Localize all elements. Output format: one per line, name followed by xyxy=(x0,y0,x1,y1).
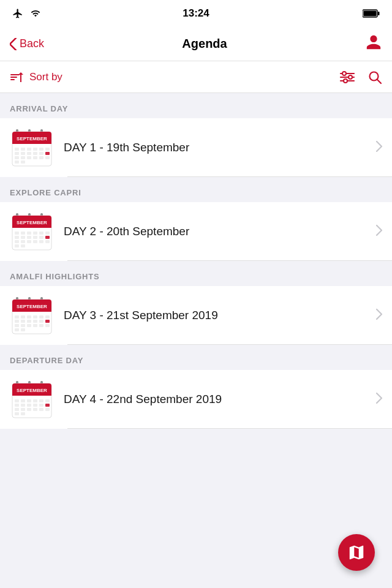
nav-bar: Back Agenda xyxy=(0,27,392,61)
list-item[interactable]: SEPTEMBER DAY 2 - 20th September xyxy=(0,202,392,261)
back-label: Back xyxy=(20,37,44,50)
day-label: DAY 4 - 22nd September 2019 xyxy=(64,393,371,406)
svg-rect-87 xyxy=(33,324,37,327)
list-item[interactable]: SEPTEMBER DAY 1 - 19th September xyxy=(0,118,392,177)
svg-rect-30 xyxy=(15,156,19,159)
svg-rect-2 xyxy=(364,11,377,17)
svg-rect-105 xyxy=(15,404,19,407)
battery-icon xyxy=(363,9,380,18)
svg-rect-32 xyxy=(27,156,31,159)
sort-arrows-icon xyxy=(10,71,24,83)
svg-rect-25 xyxy=(21,152,25,155)
section-header-0: ARRIVAL DAY xyxy=(0,93,392,118)
svg-rect-73 xyxy=(21,315,25,318)
svg-rect-54 xyxy=(33,236,37,239)
section-header-3: DEPARTURE DAY xyxy=(0,345,392,370)
chevron-right-icon xyxy=(376,393,382,407)
svg-rect-74 xyxy=(27,315,31,318)
day-label: DAY 3 - 21st September 2019 xyxy=(64,309,371,322)
svg-rect-78 xyxy=(15,320,19,323)
svg-text:SEPTEMBER: SEPTEMBER xyxy=(17,220,47,225)
svg-rect-45 xyxy=(15,232,19,235)
svg-rect-28 xyxy=(39,152,43,155)
svg-rect-114 xyxy=(33,408,37,411)
svg-rect-57 xyxy=(15,240,19,243)
svg-rect-113 xyxy=(27,408,31,411)
svg-point-7 xyxy=(349,75,352,79)
svg-rect-21 xyxy=(33,148,37,151)
svg-rect-102 xyxy=(33,399,37,402)
search-icon[interactable] xyxy=(368,70,382,85)
svg-rect-110 xyxy=(45,404,50,407)
svg-rect-101 xyxy=(27,399,31,402)
user-button[interactable] xyxy=(365,34,382,55)
svg-rect-58 xyxy=(21,240,25,243)
svg-rect-106 xyxy=(21,404,25,407)
plane-icon xyxy=(12,8,23,19)
svg-rect-64 xyxy=(21,244,25,247)
list-item[interactable]: SEPTEMBER DAY 3 - 21st September 2019 xyxy=(0,286,392,345)
calendar-icon: SEPTEMBER xyxy=(10,377,54,421)
svg-rect-80 xyxy=(27,320,31,323)
svg-rect-34 xyxy=(39,156,43,159)
user-icon xyxy=(365,34,382,51)
svg-rect-90 xyxy=(15,328,19,331)
svg-rect-60 xyxy=(33,240,37,243)
svg-rect-37 xyxy=(21,160,25,164)
svg-rect-77 xyxy=(45,315,50,318)
calendar-icon: SEPTEMBER xyxy=(10,126,54,170)
svg-rect-107 xyxy=(27,404,31,407)
svg-rect-51 xyxy=(15,236,19,239)
section-header-1: EXPLORE CAPRI xyxy=(0,177,392,202)
svg-rect-88 xyxy=(39,324,43,327)
svg-rect-56 xyxy=(45,236,50,239)
svg-rect-63 xyxy=(15,244,19,247)
agenda-content: ARRIVAL DAY SEPTEMBER xyxy=(0,93,392,429)
svg-rect-103 xyxy=(39,399,43,402)
list-item[interactable]: SEPTEMBER DAY 4 - 22nd September 2019 xyxy=(0,370,392,429)
svg-rect-1 xyxy=(378,12,380,15)
svg-rect-55 xyxy=(39,236,43,239)
sort-label: Sort by xyxy=(29,71,62,83)
status-bar: 13:24 xyxy=(0,0,392,27)
map-fab-button[interactable] xyxy=(338,534,375,571)
svg-rect-79 xyxy=(21,320,25,323)
svg-rect-62 xyxy=(45,240,50,243)
calendar-icon: SEPTEMBER xyxy=(10,293,54,337)
svg-point-8 xyxy=(344,79,347,83)
svg-rect-24 xyxy=(15,152,19,155)
section-header-2: AMALFI HIGHLIGHTS xyxy=(0,261,392,286)
svg-rect-75 xyxy=(33,315,37,318)
map-icon xyxy=(347,543,366,562)
svg-rect-23 xyxy=(45,148,50,151)
status-time: 13:24 xyxy=(183,7,209,20)
svg-rect-46 xyxy=(21,232,25,235)
svg-rect-89 xyxy=(45,324,50,327)
svg-rect-49 xyxy=(39,232,43,235)
svg-rect-116 xyxy=(45,408,50,411)
svg-rect-85 xyxy=(21,324,25,327)
svg-rect-33 xyxy=(33,156,37,159)
svg-rect-109 xyxy=(39,404,43,407)
svg-rect-50 xyxy=(45,232,50,235)
svg-rect-108 xyxy=(33,404,37,407)
svg-rect-20 xyxy=(27,148,31,151)
svg-rect-100 xyxy=(21,399,25,402)
svg-rect-115 xyxy=(39,408,43,411)
svg-rect-47 xyxy=(27,232,31,235)
status-left-icons xyxy=(12,8,42,19)
back-button[interactable]: Back xyxy=(10,37,44,50)
chevron-right-icon xyxy=(376,309,382,323)
sort-actions xyxy=(339,70,382,85)
svg-rect-81 xyxy=(33,320,37,323)
filter-icon[interactable] xyxy=(339,70,355,85)
page-title: Agenda xyxy=(182,37,227,51)
sort-by-button[interactable]: Sort by xyxy=(10,71,62,83)
svg-text:SEPTEMBER: SEPTEMBER xyxy=(17,136,47,141)
back-chevron-icon xyxy=(10,38,17,50)
svg-line-10 xyxy=(377,79,382,83)
svg-rect-18 xyxy=(15,148,19,151)
svg-rect-117 xyxy=(15,412,19,415)
svg-rect-61 xyxy=(39,240,43,243)
svg-rect-22 xyxy=(39,148,43,151)
